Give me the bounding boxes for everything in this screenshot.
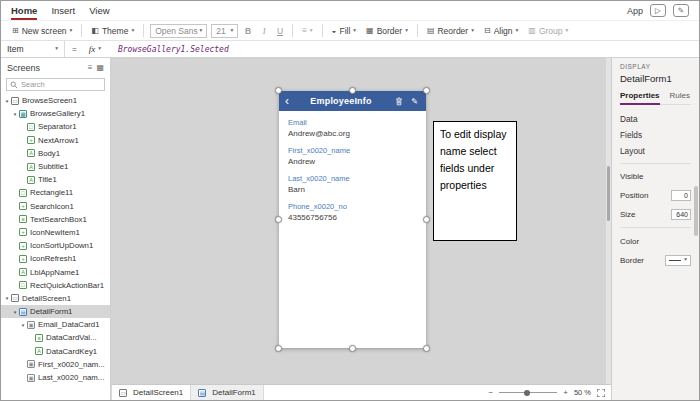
bottom-tab-detailscreen1[interactable]: DetailScreen1 <box>111 385 191 400</box>
selection-handle-top-right[interactable] <box>423 87 430 94</box>
font-family-select[interactable]: Open Sans ▾ <box>150 24 207 38</box>
tree-item-rectangle11[interactable]: Rectangle11 <box>1 186 110 199</box>
tree-item-searchicon1[interactable]: SearchIcon1 <box>1 200 110 213</box>
form-field-phone-x0020-no[interactable]: Phone_x0020_no43556756756 <box>288 202 417 222</box>
chevron-down-icon: ▾ <box>70 28 73 34</box>
menu-tab-insert[interactable]: Insert <box>51 1 75 20</box>
selection-handle-bottom-middle[interactable] <box>349 345 356 352</box>
chevron-down-icon[interactable]: ▾ <box>11 111 19 117</box>
tree-item-title1[interactable]: Title1 <box>1 173 110 186</box>
italic-button[interactable]: I <box>258 26 270 36</box>
edit-tool-button[interactable]: ✎ <box>673 4 689 17</box>
form-field-last-x0020-name[interactable]: Last_x0020_nameBarn <box>288 174 417 194</box>
chevron-down-icon[interactable]: ▾ <box>19 322 27 328</box>
grid-view-icon[interactable]: ▦ <box>96 63 104 72</box>
tree-item-detailform1[interactable]: ▾DetailForm1 <box>1 305 110 318</box>
zoom-in-button[interactable]: + <box>563 388 568 397</box>
group-button[interactable]: ▥ Group ▾ <box>525 23 571 39</box>
chevron-down-icon[interactable]: ▾ <box>3 98 11 104</box>
props-scrollbar[interactable] <box>694 58 698 400</box>
fx-select[interactable]: fx ▾ <box>84 44 106 54</box>
reorder-button[interactable]: ▤ Reorder ▾ <box>424 23 477 39</box>
tree-item-first-x0020-nam[interactable]: First_x0020_nam... <box>1 358 110 371</box>
canvas-scrollbar-thumb[interactable] <box>607 166 610 221</box>
border-style-select[interactable]: ▾ <box>665 255 691 266</box>
canvas[interactable]: ‹ EmployeeInfo ✎ EmailAndrew@abc.orgFirs… <box>111 58 611 384</box>
search-input[interactable]: Search <box>6 78 105 91</box>
tree-item-separator1[interactable]: Separator1 <box>1 120 110 133</box>
selection-handle-top-left[interactable] <box>275 87 282 94</box>
border-button[interactable]: ▦ Border ▾ <box>363 23 411 39</box>
selection-handle-middle-right[interactable] <box>423 216 430 223</box>
phone-mockup[interactable]: ‹ EmployeeInfo ✎ EmailAndrew@abc.orgFirs… <box>279 91 426 348</box>
bold-button[interactable]: B <box>242 26 254 36</box>
tree-item-lblappname1[interactable]: LblAppName1 <box>1 265 110 278</box>
detail-screen-preview[interactable]: ‹ EmployeeInfo ✎ EmailAndrew@abc.orgFirs… <box>279 91 426 348</box>
tree-item-browsegallery1[interactable]: ▾BrowseGallery1 <box>1 107 110 120</box>
tree-item-rectquickactionbar1[interactable]: RectQuickActionBar1 <box>1 279 110 292</box>
tree-item-subtitle1[interactable]: Subtitle1 <box>1 160 110 173</box>
props-nav: DataFieldsLayout <box>620 109 691 164</box>
visible-label: Visible <box>620 172 643 181</box>
edit-pencil-icon[interactable]: ✎ <box>409 97 420 106</box>
selection-handle-middle-left[interactable] <box>275 216 282 223</box>
props-nav-data[interactable]: Data <box>620 111 691 127</box>
props-tab-rules[interactable]: Rules <box>670 91 690 105</box>
props-nav-layout[interactable]: Layout <box>620 143 691 159</box>
trash-icon[interactable] <box>393 97 404 106</box>
menu-tab-view[interactable]: View <box>89 1 109 20</box>
new-screen-label: New screen <box>22 26 67 36</box>
selection-handle-bottom-left[interactable] <box>275 345 282 352</box>
annotation-textbox[interactable]: To edit display name select fields under… <box>433 121 517 241</box>
formula-input[interactable]: BrowseGallery1.Selected <box>106 45 229 54</box>
form-field-first-x0020-name[interactable]: First_x0020_nameAndrew <box>288 146 417 166</box>
zoom-slider[interactable] <box>499 392 557 393</box>
align-button[interactable]: ⊟ Align ▾ <box>481 23 521 39</box>
theme-button[interactable]: ◧ Theme ▾ <box>88 23 137 39</box>
pencil-icon: ✎ <box>678 6 684 15</box>
size-row: Size 640 <box>620 206 691 222</box>
list-view-icon[interactable]: ≡ <box>88 63 93 72</box>
tree-item-body1[interactable]: Body1 <box>1 147 110 160</box>
border-row: Border ▾ <box>620 252 691 268</box>
screen-header[interactable]: ‹ EmployeeInfo ✎ <box>279 91 426 111</box>
tree-item-textsearchbox1[interactable]: TextSearchBox1 <box>1 213 110 226</box>
tree-item-detailscreen1[interactable]: ▾DetailScreen1 <box>1 292 110 305</box>
form-field-email[interactable]: EmailAndrew@abc.org <box>288 118 417 138</box>
props-scrollbar-thumb[interactable] <box>694 186 698 236</box>
chevron-down-icon: ▾ <box>98 46 101 52</box>
tree-item-iconsortupdown1[interactable]: IconSortUpDown1 <box>1 239 110 252</box>
field-value: Andrew <box>288 157 417 166</box>
property-select[interactable]: Item ▾ <box>1 41 65 57</box>
chevron-down-icon[interactable]: ▾ <box>3 295 11 301</box>
selection-handle-top-middle[interactable] <box>349 87 356 94</box>
underline-button[interactable]: U <box>274 26 286 36</box>
tree-item-datacardval[interactable]: DataCardVal... <box>1 331 110 344</box>
chevron-down-icon[interactable]: ▾ <box>11 309 19 315</box>
zoom-slider-thumb[interactable] <box>524 390 530 396</box>
props-nav-fields[interactable]: Fields <box>620 127 691 143</box>
tree-item-last-x0020-nam[interactable]: Last_x0020_nam... <box>1 371 110 384</box>
toolbar: ⊞ New screen ▾ ◧ Theme ▾ Open Sans ▾ 21 … <box>1 20 699 41</box>
bottom-tab-detailform1[interactable]: DetailForm1 <box>191 385 264 400</box>
zoom-out-button[interactable]: − <box>489 388 494 397</box>
preview-button[interactable]: ▷ <box>650 4 666 17</box>
props-tab-properties[interactable]: Properties <box>620 91 660 105</box>
selection-handle-bottom-right[interactable] <box>423 345 430 352</box>
text-align-button[interactable]: ≡ ▾ <box>299 23 315 39</box>
tree-item-browsescreen1[interactable]: ▾BrowseScreen1 <box>1 94 110 107</box>
center-column: ‹ EmployeeInfo ✎ EmailAndrew@abc.orgFirs… <box>111 58 611 400</box>
size-width-input[interactable]: 640 <box>671 209 691 220</box>
new-screen-button[interactable]: ⊞ New screen ▾ <box>9 23 75 39</box>
tree-item-datacardkey1[interactable]: DataCardKey1 <box>1 345 110 358</box>
position-x-input[interactable]: 0 <box>671 190 691 201</box>
tree-item-nextarrow1[interactable]: NextArrow1 <box>1 134 110 147</box>
menu-tab-home[interactable]: Home <box>11 1 37 20</box>
font-size-select[interactable]: 21 ▾ <box>211 24 238 38</box>
tree-item-email-datacard1[interactable]: ▾Email_DataCard1 <box>1 318 110 331</box>
fit-to-window-icon[interactable] <box>597 389 605 397</box>
fill-button[interactable]: ◒ Fill ▾ <box>329 23 359 39</box>
back-arrow-icon[interactable]: ‹ <box>285 95 289 107</box>
tree-item-iconnewitem1[interactable]: IconNewItem1 <box>1 226 110 239</box>
tree-item-iconrefresh1[interactable]: IconRefresh1 <box>1 252 110 265</box>
